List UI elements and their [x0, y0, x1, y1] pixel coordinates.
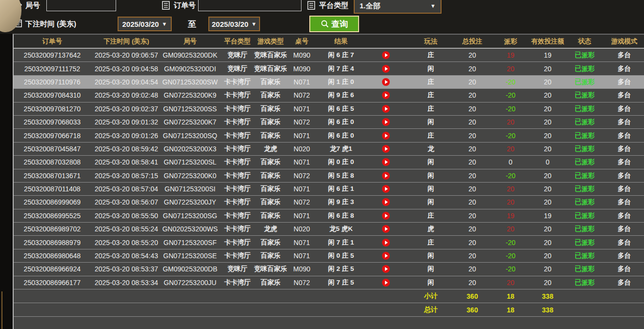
- table-row[interactable]: 2503200869897022025-03-20 08:55:24GN0202…: [14, 222, 644, 235]
- cell-table-no: N072: [284, 279, 319, 287]
- game-no-input[interactable]: [46, 0, 116, 11]
- table-row[interactable]: 2503200869661772025-03-20 08:53:34GN0722…: [14, 276, 644, 289]
- table-row[interactable]: 2503200870328082025-03-20 08:58:41GN0712…: [14, 155, 644, 168]
- cell-game-type: 百家乐: [257, 78, 284, 86]
- cell-result: 闲 7 庄 1: [319, 238, 363, 247]
- cell-order-no: 250320097068033: [14, 118, 91, 126]
- replay-button[interactable]: [363, 198, 409, 206]
- cell-bet-time: 2025-03-20 08:55:20: [91, 239, 162, 247]
- date-to-select[interactable]: 2025/03/20 ▼: [208, 17, 260, 31]
- table-row[interactable]: 2503200970843102025-03-20 09:02:48GN0722…: [14, 88, 644, 102]
- replay-button[interactable]: [363, 239, 409, 247]
- cell-game-mode: 多台: [604, 211, 644, 220]
- table-row[interactable]: 2503200971376422025-03-20 09:06:57GM0902…: [14, 48, 644, 62]
- cell-bet-time: 2025-03-20 09:04:54: [91, 78, 162, 86]
- cell-game-no: GN072253200K9: [162, 91, 218, 99]
- table-row[interactable]: 2503200869806482025-03-20 08:54:43GN0712…: [14, 249, 644, 262]
- order-no-input[interactable]: [198, 0, 302, 11]
- cell-payout: 19: [492, 51, 529, 59]
- cell-bet-time: 2025-03-20 08:56:07: [91, 198, 162, 206]
- cell-platform-type: 卡卡湾厅: [218, 251, 257, 260]
- replay-button[interactable]: [363, 158, 409, 166]
- replay-button[interactable]: [363, 51, 409, 59]
- cell-bet-time: 2025-03-20 08:58:41: [91, 158, 162, 166]
- cell-table-no: N072: [284, 118, 319, 126]
- table-row[interactable]: 2503200870114082025-03-20 08:57:04GN0712…: [14, 182, 644, 195]
- cell-order-no: 250320086966924: [14, 265, 91, 273]
- table-row[interactable]: 2503200869955252025-03-20 08:55:50GN0712…: [14, 209, 644, 222]
- cell-table-no: N020: [284, 225, 319, 233]
- cell-game-no: GN071253200SL: [162, 158, 218, 166]
- cell-game-type: 百家乐: [257, 171, 284, 180]
- cell-total-bet: 20: [453, 105, 492, 113]
- cell-platform-type: 卡卡湾厅: [218, 144, 257, 153]
- cell-game-mode: 多台: [604, 185, 644, 193]
- col-header-result: 结果: [319, 37, 363, 46]
- table-row[interactable]: 2503200970812702025-03-20 09:02:37GN0712…: [14, 102, 644, 115]
- replay-button[interactable]: [363, 225, 409, 233]
- replay-button[interactable]: [363, 185, 409, 193]
- cell-result: 闲 6 庄 1: [319, 185, 363, 193]
- cell-game-type: 龙虎: [257, 144, 284, 153]
- platform-type-select[interactable]: 1.全部 ▼: [354, 0, 442, 14]
- table-row[interactable]: 2503200869669242025-03-20 08:53:37GM0902…: [14, 262, 644, 275]
- query-button[interactable]: 查询: [309, 16, 359, 32]
- cell-status: 已派彩: [566, 225, 604, 233]
- cell-status: 已派彩: [566, 158, 604, 166]
- date-from-select[interactable]: 2025/03/20 ▼: [118, 17, 172, 31]
- cell-payout: 18: [492, 306, 529, 314]
- search-icon: [321, 20, 329, 28]
- filter-bar: 局号 订单号 平台类型 1.全部 ▼ 下注时间 (美东) 2025/03/20 …: [0, 0, 644, 34]
- cell-platform-type: 竞咪厅: [218, 51, 257, 60]
- cell-order-no: 250320087045847: [14, 145, 91, 153]
- cell-play-type: 庄: [409, 211, 453, 220]
- replay-button[interactable]: [363, 265, 409, 273]
- cell-game-type: 百家乐: [257, 238, 284, 247]
- chevron-down-icon: ▼: [430, 3, 436, 9]
- cell-platform-type: 卡卡湾厅: [218, 104, 257, 113]
- table-row[interactable]: 2503200869889792025-03-20 08:55:20GN0712…: [14, 235, 644, 248]
- replay-button[interactable]: [363, 252, 409, 260]
- replay-button[interactable]: [363, 65, 409, 73]
- cell-play-type: 庄: [409, 91, 453, 100]
- cell-result: 闲 9 庄 6: [319, 91, 363, 100]
- table-row[interactable]: 2503200870458472025-03-20 08:59:42GN0202…: [14, 142, 644, 155]
- table-row[interactable]: 2503200970680332025-03-20 09:01:32GN0722…: [14, 115, 644, 128]
- replay-button[interactable]: [363, 78, 409, 86]
- cell-bet-time: 2025-03-20 09:01:32: [91, 118, 162, 126]
- cell-game-mode: 多台: [604, 131, 644, 140]
- cell-status: 已派彩: [566, 51, 604, 60]
- cell-status: 已派彩: [566, 131, 604, 140]
- cell-table-no: N071: [284, 185, 319, 193]
- cell-game-mode: 多台: [604, 104, 644, 113]
- table-row[interactable]: 2503200869990692025-03-20 08:56:07GN0722…: [14, 195, 644, 208]
- cell-game-mode: 多台: [604, 278, 644, 287]
- table-row[interactable]: 2503200870136712025-03-20 08:57:15GN0722…: [14, 169, 644, 182]
- replay-button[interactable]: [363, 212, 409, 220]
- cell-game-type: 龙虎: [257, 225, 284, 233]
- cell-valid-bet: 20: [529, 239, 566, 247]
- cell-table-no: N071: [284, 132, 319, 140]
- cell-game-mode: 多台: [604, 64, 644, 73]
- table-row[interactable]: 2503200971109762025-03-20 09:04:54GN0712…: [14, 75, 644, 88]
- cell-game-no: GN072253200JY: [162, 198, 218, 206]
- cell-game-type: 百家乐: [257, 91, 284, 100]
- cell-result: 闲 6 庄 7: [319, 51, 363, 60]
- cell-total-bet: 360: [453, 292, 492, 300]
- cell-game-no: GN071253200SQ: [162, 132, 218, 140]
- replay-button[interactable]: [363, 105, 409, 113]
- table-row[interactable]: 2503200971117522025-03-20 09:04:58GM0902…: [14, 62, 644, 75]
- replay-button[interactable]: [363, 132, 409, 140]
- replay-button[interactable]: [363, 91, 409, 99]
- cell-total-bet: 20: [453, 212, 492, 220]
- replay-button[interactable]: [363, 118, 409, 126]
- cell-play-type: 庄: [409, 104, 453, 113]
- cell-result: 闲 7 庄 4: [319, 64, 363, 73]
- cell-table-no: M090: [284, 265, 319, 273]
- cell-valid-bet: 20: [529, 265, 566, 273]
- replay-button[interactable]: [363, 172, 409, 180]
- table-row[interactable]: 2503200970667182025-03-20 09:01:26GN0712…: [14, 128, 644, 142]
- cell-status: 已派彩: [566, 64, 604, 73]
- replay-button[interactable]: [363, 279, 409, 287]
- replay-button[interactable]: [363, 145, 409, 153]
